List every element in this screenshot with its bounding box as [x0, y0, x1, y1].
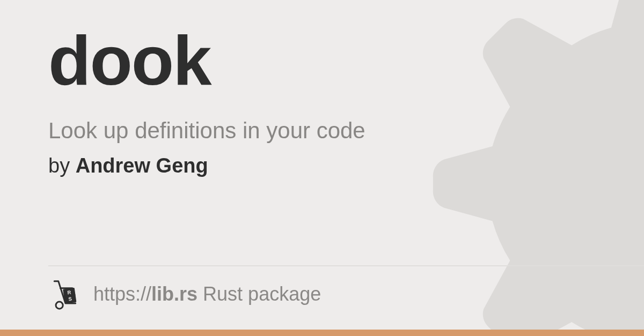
package-description: Look up definitions in your code [48, 118, 596, 144]
url-domain: lib.rs [151, 283, 197, 305]
url-prefix: https:// [93, 283, 151, 305]
by-label: by [48, 154, 70, 177]
package-title: dook [48, 24, 596, 98]
librs-logo-icon: R S [48, 278, 80, 310]
package-author: Andrew Geng [76, 154, 208, 177]
package-byline: by Andrew Geng [48, 154, 596, 177]
divider [48, 265, 644, 266]
url-suffix: Rust package [197, 283, 321, 305]
svg-point-0 [56, 302, 63, 309]
accent-bar [0, 330, 644, 336]
footer: R S https://lib.rs Rust package [48, 278, 321, 310]
footer-url: https://lib.rs Rust package [93, 283, 321, 305]
